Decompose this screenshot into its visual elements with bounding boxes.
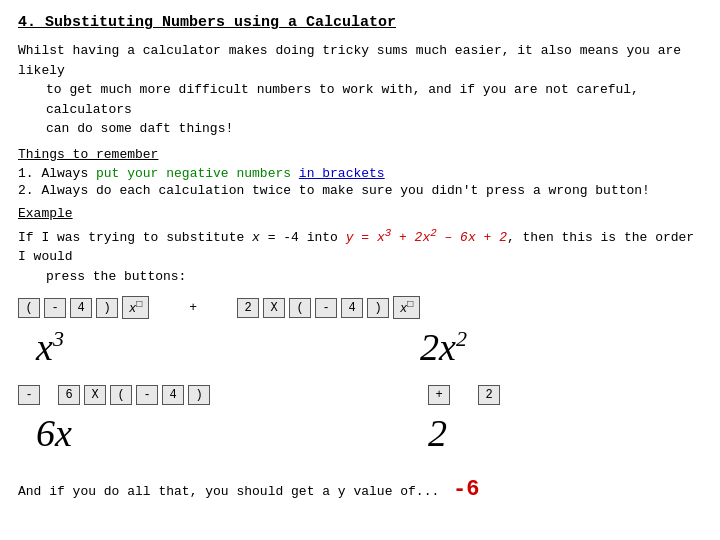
formula-6x-container: 6x	[18, 407, 360, 463]
btn-2-1: 2	[237, 298, 259, 318]
example-pre: If I was trying to substitute	[18, 230, 252, 245]
intro-paragraph: Whilst having a calculator makes doing t…	[18, 41, 702, 139]
intro-line2: to get much more difficult numbers to wo…	[18, 80, 702, 119]
example-line: If I was trying to substitute x = -4 int…	[18, 225, 702, 287]
point1-green: put your negative numbers	[96, 166, 299, 181]
calc-row-1: ( - 4 ) x□ + 2 X ( - 4 ) x□	[18, 296, 702, 319]
btn-x-sq-1: x□	[122, 296, 149, 319]
btn-plus-2: +	[428, 385, 450, 405]
btn-6-2: 6	[58, 385, 80, 405]
final-answer: And if you do all that, you should get a…	[18, 477, 702, 502]
example-equals: = -4 into	[260, 230, 346, 245]
btn-close-paren-2: )	[188, 385, 210, 405]
final-value: -6	[453, 477, 479, 502]
example-x: x	[252, 230, 260, 245]
point1: 1. Always put your negative numbers in b…	[18, 166, 702, 181]
big-formula-x3: x3	[36, 325, 64, 369]
page-title: 4. Substituting Numbers using a Calculat…	[18, 14, 702, 31]
btn-4-1: 4	[70, 298, 92, 318]
btn-open-paren-r1: (	[289, 298, 311, 318]
btn-close-paren-1: )	[96, 298, 118, 318]
intro-line1: Whilst having a calculator makes doing t…	[18, 43, 681, 78]
btn-x-sq-r1: x□	[393, 296, 420, 319]
things-section: Things to remember 1. Always put your ne…	[18, 147, 702, 198]
btn-X-1: X	[263, 298, 285, 318]
btn-minus-2b: -	[136, 385, 158, 405]
btn-minus-2: -	[18, 385, 40, 405]
example-header: Example	[18, 206, 702, 221]
btn-2-2: 2	[478, 385, 500, 405]
example-section: Example If I was trying to substitute x …	[18, 206, 702, 287]
second-left: - 6 X ( - 4 ) 6x	[18, 385, 360, 463]
btn-4-r1: 4	[341, 298, 363, 318]
point2-text: 2. Always do each calculation twice to m…	[18, 183, 650, 198]
point2: 2. Always do each calculation twice to m…	[18, 183, 702, 198]
big-formula-6x: 6x	[36, 411, 72, 455]
final-pre-text: And if you do all that, you should get a…	[18, 484, 439, 499]
formula-2-container: 2	[368, 407, 447, 463]
intro-line3: can do some daft things!	[18, 119, 702, 139]
point1-blue: in brackets	[299, 166, 385, 181]
formula-row-1: x3 2x2	[18, 321, 702, 377]
second-right: + 2 2	[368, 385, 710, 463]
example-eq: y = x3 + 2x2 – 6x + 2	[346, 230, 507, 245]
calc-row-2-left: - 6 X ( - 4 )	[18, 385, 360, 405]
btn-4-2: 4	[162, 385, 184, 405]
btn-minus-1: -	[44, 298, 66, 318]
btn-close-paren-r1: )	[367, 298, 389, 318]
formula-left-1: x3	[18, 321, 360, 377]
btn-open-paren-2: (	[110, 385, 132, 405]
example-line2: press the buttons:	[18, 267, 186, 287]
btn-minus-r1: -	[315, 298, 337, 318]
calculator-rows: ( - 4 ) x□ + 2 X ( - 4 ) x□ x3 2x2 - 6 X	[18, 296, 702, 463]
calc-row-2-right: + 2	[428, 385, 500, 405]
big-formula-2x2: 2x2	[420, 325, 467, 369]
btn-X-2: X	[84, 385, 106, 405]
calc-section-2: - 6 X ( - 4 ) 6x + 2 2	[18, 385, 702, 463]
formula-right-1: 2x2	[360, 321, 702, 377]
op-plus-1: +	[187, 300, 199, 315]
big-formula-2: 2	[428, 411, 447, 455]
btn-open-paren-1: (	[18, 298, 40, 318]
things-header: Things to remember	[18, 147, 702, 162]
point1-pre: 1. Always	[18, 166, 96, 181]
